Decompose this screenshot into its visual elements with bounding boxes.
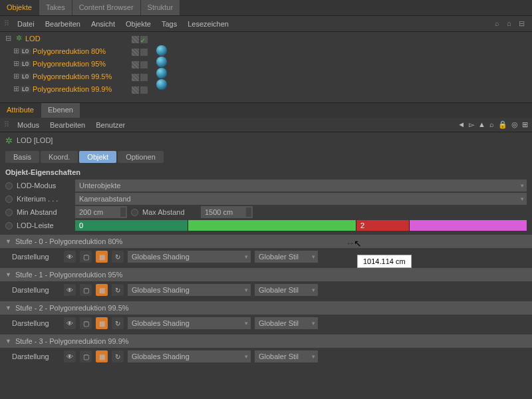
display-mode-icon[interactable]: ▦ xyxy=(96,251,108,263)
param-radio-icon[interactable] xyxy=(5,182,13,190)
stufe-header[interactable]: ▼Stufe - 3 - Polygonreduktion 99.9% xyxy=(0,334,532,348)
new-window-icon[interactable]: ⊞ xyxy=(522,120,528,129)
minabstand-input[interactable]: 200 cm xyxy=(75,206,127,218)
enabled-check-icon[interactable] xyxy=(140,86,148,94)
param-radio-icon[interactable] xyxy=(5,196,13,203)
darstellung-label: Darstellung xyxy=(12,319,60,327)
subtab-koord[interactable]: Koord. xyxy=(41,151,78,163)
lodmodus-dropdown[interactable]: Unterobjekte xyxy=(75,180,527,192)
tree-item[interactable]: ⊞ L0 Polygonreduktion 95% xyxy=(0,57,532,70)
enabled-check-icon[interactable] xyxy=(140,74,148,81)
search-icon[interactable]: ⌕ xyxy=(495,19,504,29)
display-mode-icon[interactable]: ▦ xyxy=(96,284,108,296)
tree-item[interactable]: ⊞ L0 Polygonreduktion 99.5% xyxy=(0,70,532,82)
plus-icon[interactable]: ⊞ xyxy=(13,47,20,55)
drag-handle-icon[interactable]: ⠿ xyxy=(4,19,12,28)
stufe-header[interactable]: ▼Stufe - 2 - Polygonreduktion 99.5% xyxy=(0,301,532,315)
visibility-icon[interactable]: 👁 xyxy=(64,251,76,263)
kriterium-dropdown[interactable]: Kameraabstand xyxy=(75,193,527,205)
param-radio-icon[interactable] xyxy=(5,222,13,229)
stil-dropdown[interactable]: Globaler Stil xyxy=(255,251,318,263)
enabled-check-icon[interactable] xyxy=(140,36,148,43)
layer-icon[interactable] xyxy=(132,74,139,81)
visibility-icon[interactable]: 👁 xyxy=(64,350,76,362)
menu-objekte[interactable]: Objekte xyxy=(126,20,151,28)
lod-segment-0[interactable]: 0 xyxy=(75,220,188,231)
menu-lesezeichen[interactable]: Lesezeichen xyxy=(188,20,229,28)
stufe-header[interactable]: ▼Stufe - 1 - Polygonreduktion 95% xyxy=(0,268,532,281)
tab-takes[interactable]: Takes xyxy=(39,0,72,15)
lod-segment-3[interactable] xyxy=(410,220,527,231)
home-icon[interactable]: ⌂ xyxy=(507,19,516,29)
minus-icon[interactable]: ⊟ xyxy=(5,34,12,43)
menu-modus[interactable]: Modus xyxy=(17,121,39,129)
tab-struktur[interactable]: Struktur xyxy=(141,0,180,15)
nav-up-icon[interactable]: ▲ xyxy=(478,120,485,129)
subtab-basis[interactable]: Basis xyxy=(5,151,39,163)
search-icon[interactable]: ⌕ xyxy=(489,120,494,129)
layer-icon[interactable] xyxy=(132,36,139,43)
refresh-icon[interactable]: ↻ xyxy=(112,317,124,329)
param-radio-icon[interactable] xyxy=(131,209,138,216)
shading-dropdown[interactable]: Globales Shading xyxy=(128,251,251,263)
subtab-optionen[interactable]: Optionen xyxy=(118,151,164,163)
tab-content-browser[interactable]: Content Browser xyxy=(72,0,140,15)
stufe-header[interactable]: ▼Stufe - 0 - Polygonreduktion 80% xyxy=(0,235,532,248)
visibility-icon[interactable]: 👁 xyxy=(64,284,76,296)
display-mode-icon[interactable]: ▦ xyxy=(96,317,108,329)
tab-objekte[interactable]: Objekte xyxy=(0,0,39,15)
tree-root[interactable]: ⊟ ✲ LOD xyxy=(0,32,532,45)
lod-bar[interactable]: 0 2 xyxy=(75,220,527,231)
refresh-icon[interactable]: ↻ xyxy=(112,350,124,362)
stil-dropdown[interactable]: Globaler Stil xyxy=(255,350,318,362)
visibility-icon[interactable]: 👁 xyxy=(64,317,76,329)
collapse-icon[interactable]: ⊟ xyxy=(519,19,528,29)
plus-icon[interactable]: ⊞ xyxy=(13,59,20,68)
layer-icon[interactable] xyxy=(132,49,139,56)
darstellung-label: Darstellung xyxy=(12,286,60,294)
refresh-icon[interactable]: ↻ xyxy=(112,251,124,263)
sphere-tag-icon[interactable] xyxy=(156,68,167,78)
menu-datei[interactable]: Datei xyxy=(17,20,35,28)
stil-dropdown[interactable]: Globaler Stil xyxy=(255,284,318,296)
object-tree: ⊟ ✲ LOD ⊞ L0 Polygonreduktion 80% ⊞ L0 P… xyxy=(0,32,532,102)
menu-bearbeiten[interactable]: Bearbeiten xyxy=(45,20,80,28)
sphere-tag-icon[interactable] xyxy=(156,79,167,90)
lod-segment-2[interactable]: 2 xyxy=(356,220,410,231)
maxabstand-input[interactable]: 1500 cm xyxy=(201,206,253,218)
plus-icon[interactable]: ⊞ xyxy=(13,72,20,80)
display-mode-icon[interactable]: ▦ xyxy=(96,350,108,362)
menu-tags[interactable]: Tags xyxy=(162,20,177,28)
subtab-objekt[interactable]: Objekt xyxy=(79,151,116,163)
layer-icon[interactable] xyxy=(132,86,139,94)
enabled-check-icon[interactable] xyxy=(140,61,148,68)
tab-ebenen[interactable]: Ebenen xyxy=(41,103,80,118)
lod-segment-1[interactable] xyxy=(188,220,356,231)
tab-attribute[interactable]: Attribute xyxy=(0,103,41,118)
menu-bearbeiten[interactable]: Bearbeiten xyxy=(50,121,85,129)
layer-icon[interactable] xyxy=(132,61,139,68)
param-radio-icon[interactable] xyxy=(5,209,13,216)
nav-fwd-icon[interactable]: ▻ xyxy=(469,120,474,129)
sphere-tag-icon[interactable] xyxy=(156,57,167,67)
shading-dropdown[interactable]: Globales Shading xyxy=(128,350,251,362)
menu-ansicht[interactable]: Ansicht xyxy=(91,20,115,28)
sphere-tag-icon[interactable] xyxy=(156,45,167,56)
refresh-icon[interactable]: ↻ xyxy=(112,284,124,296)
drag-handle-icon[interactable]: ⠿ xyxy=(4,120,12,129)
render-icon[interactable]: ▢ xyxy=(80,284,92,296)
render-icon[interactable]: ▢ xyxy=(80,251,92,263)
menu-benutzer[interactable]: Benutzer xyxy=(96,121,125,129)
plus-icon[interactable]: ⊞ xyxy=(13,84,20,93)
shading-dropdown[interactable]: Globales Shading xyxy=(128,284,251,296)
stil-dropdown[interactable]: Globaler Stil xyxy=(255,317,318,329)
shading-dropdown[interactable]: Globales Shading xyxy=(128,317,251,329)
nav-back-icon[interactable]: ◄ xyxy=(458,120,465,129)
lock-icon[interactable]: 🔒 xyxy=(498,120,507,129)
enabled-check-icon[interactable] xyxy=(140,49,148,56)
tree-item[interactable]: ⊞ L0 Polygonreduktion 80% xyxy=(0,45,532,57)
target-icon[interactable]: ◎ xyxy=(511,120,518,129)
render-icon[interactable]: ▢ xyxy=(80,350,92,362)
tree-item[interactable]: ⊞ L0 Polygonreduktion 99.9% xyxy=(0,82,532,95)
render-icon[interactable]: ▢ xyxy=(80,317,92,329)
